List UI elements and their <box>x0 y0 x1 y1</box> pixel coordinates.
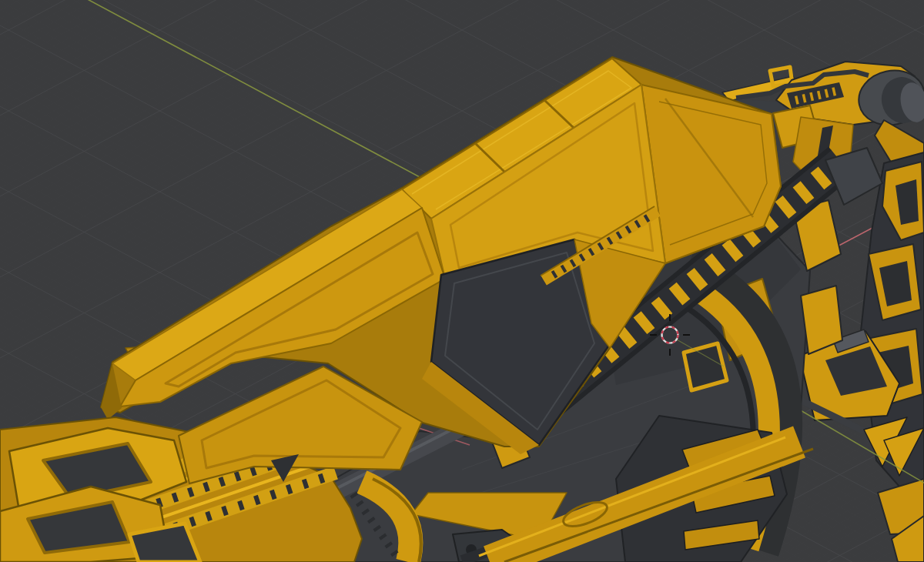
viewport-3d-canvas[interactable] <box>0 0 924 562</box>
inspection-window <box>684 343 727 390</box>
viewport-3d-wrap <box>0 0 924 562</box>
